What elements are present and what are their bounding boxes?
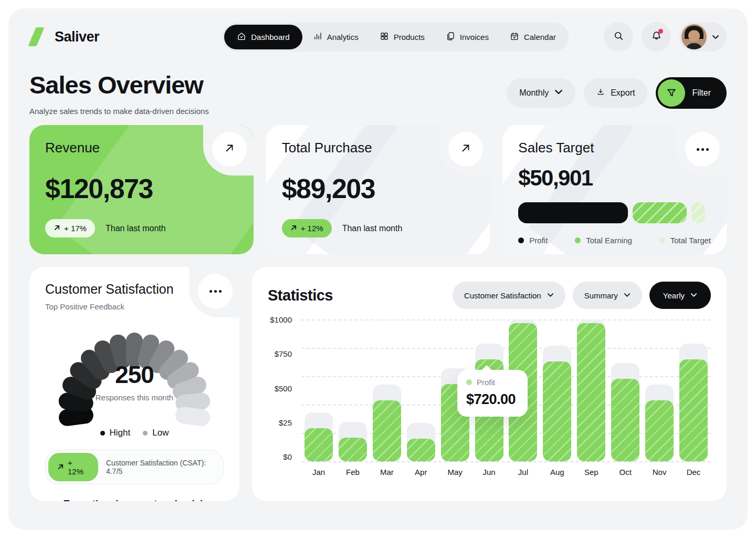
filter-button-label: Filter <box>692 88 711 98</box>
chevron-down-icon <box>554 88 563 98</box>
y-tick-label: $25 <box>279 418 292 427</box>
notifications-button[interactable] <box>642 22 671 51</box>
brand-name: Saliver <box>55 29 99 45</box>
x-tick-label: Jul <box>509 468 537 477</box>
x-tick-label: May <box>441 468 469 477</box>
x-tick-label: Jun <box>475 468 503 477</box>
revenue-delta: + 17% <box>64 224 87 233</box>
x-axis-baseline <box>301 461 711 462</box>
arrow-up-right-icon <box>460 142 471 156</box>
more-options-icon <box>209 290 222 293</box>
bar-slot-feb <box>339 319 367 461</box>
topbar-actions <box>604 22 727 51</box>
range-dropdown[interactable]: Yearly <box>649 282 711 309</box>
sales-target-legend: ProfitTotal EarningTotal Target <box>518 236 711 245</box>
chevron-down-icon <box>712 32 719 42</box>
total-purchase-delta: + 12% <box>301 224 323 233</box>
bar-jan[interactable] <box>304 428 333 461</box>
search-button[interactable] <box>604 22 633 51</box>
bar-slot-mar <box>373 319 401 461</box>
arrow-up-right-icon <box>54 224 60 233</box>
revenue-value: $120,873 <box>45 173 238 204</box>
x-axis-labels: JanFebMarAprMayJunJulAugSepOctNovDec <box>301 468 711 477</box>
total-purchase-delta-note: Than last month <box>342 224 403 233</box>
period-dropdown-label: Monthly <box>519 88 549 98</box>
nav-item-products[interactable]: Products <box>369 25 435 49</box>
sales-target-progress <box>518 202 711 223</box>
revenue-expand-button[interactable] <box>212 132 247 167</box>
customer-satisfaction-card: Customer Satisfaction Top Positive Feedb… <box>29 267 239 501</box>
bar-sep[interactable] <box>577 323 605 461</box>
low-dot <box>143 431 148 436</box>
responses-count: 250 <box>45 360 224 389</box>
sales-target-card: Sales Target $50,901 ProfitTotal Earning… <box>502 125 727 254</box>
grid-icon <box>380 32 389 43</box>
csat-delta: + 12% <box>68 458 89 476</box>
revenue-delta-note: Than last month <box>106 224 166 233</box>
chart-tooltip: Profit $720.00 <box>457 370 528 417</box>
y-tick-label: $500 <box>275 384 292 393</box>
bar-chart-icon <box>313 32 322 43</box>
chevron-down-icon <box>690 291 697 300</box>
topbar: Saliver Dashboard Analytics Products <box>29 8 727 51</box>
x-tick-label: Dec <box>679 468 708 477</box>
bar-slot-aug <box>543 319 571 461</box>
calendar-icon <box>510 32 519 43</box>
sales-target-value: $50,901 <box>518 165 711 191</box>
tooltip-series-dot <box>466 379 472 385</box>
nav-group: Dashboard Analytics Products Invoices Ca… <box>222 23 569 51</box>
nav-label: Calendar <box>524 33 556 42</box>
total-purchase-card: Total Purchase $89,203 + 12% Than last m… <box>266 125 490 254</box>
bar-apr[interactable] <box>407 439 435 461</box>
statistics-header: Statistics Customer Satisfaction Summary… <box>268 282 711 309</box>
bar-dec[interactable] <box>679 359 708 461</box>
chevron-down-icon <box>547 291 554 300</box>
satisfaction-gauge: 250 Responses this month <box>45 316 224 423</box>
satisfaction-more-button[interactable] <box>198 274 233 308</box>
x-tick-label: Jan <box>304 468 333 477</box>
view-dropdown-label: Summary <box>584 291 618 300</box>
profit-bar-chart: $1000$750$500$25$0 JanFebMarAprMayJunJul… <box>268 319 711 485</box>
export-button[interactable]: Export <box>584 78 647 108</box>
search-icon <box>613 30 624 44</box>
bar-feb[interactable] <box>339 438 367 461</box>
total-purchase-expand-button[interactable] <box>448 132 483 167</box>
revenue-delta-badge: + 17% <box>45 219 95 237</box>
progress-segment-profit <box>518 202 628 223</box>
bar-oct[interactable] <box>611 379 639 461</box>
x-tick-label: Apr <box>407 468 435 477</box>
nav-item-calendar[interactable]: Calendar <box>499 25 566 49</box>
revenue-card: Revenue $120,873 + 17% Than last month <box>29 125 254 254</box>
chevron-down-icon <box>624 291 631 300</box>
bar-nov[interactable] <box>645 400 674 461</box>
nav-item-analytics[interactable]: Analytics <box>302 25 369 49</box>
nav-item-invoices[interactable]: Invoices <box>435 25 499 49</box>
bar-aug[interactable] <box>543 361 571 461</box>
bar-mar[interactable] <box>373 400 401 461</box>
csat-delta-badge: + 12% <box>48 453 98 481</box>
filter-button[interactable]: Filter <box>656 77 727 109</box>
statistics-card: Statistics Customer Satisfaction Summary… <box>252 267 727 501</box>
period-dropdown[interactable]: Monthly <box>507 78 575 108</box>
gauge-scale-legend: Hight Low <box>45 428 224 438</box>
range-dropdown-label: Yearly <box>663 291 685 300</box>
bottom-row: Customer Satisfaction Top Positive Feedb… <box>29 267 727 501</box>
statistics-filters: Customer Satisfaction Summary Yearly <box>453 282 711 309</box>
profile-menu[interactable] <box>679 22 727 51</box>
brand-logo[interactable]: Saliver <box>29 27 187 46</box>
x-tick-label: Mar <box>373 468 401 477</box>
sales-target-more-button[interactable] <box>685 132 720 167</box>
brand-logo-icon <box>29 27 48 46</box>
satisfaction-footnote: Exceptional support and quick responses <box>45 498 224 501</box>
metric-dropdown[interactable]: Customer Satisfaction <box>453 282 565 309</box>
y-axis-labels: $1000$750$500$25$0 <box>268 315 292 461</box>
view-dropdown[interactable]: Summary <box>573 282 642 309</box>
y-tick-label: $0 <box>283 452 292 461</box>
legend-dot <box>575 237 581 243</box>
metric-dropdown-label: Customer Satisfaction <box>464 291 541 300</box>
nav-label: Analytics <box>327 33 359 42</box>
nav-item-dashboard[interactable]: Dashboard <box>224 25 302 49</box>
legend-label: Total Earning <box>586 236 632 245</box>
hight-label: Hight <box>110 428 131 438</box>
csat-score-text: Customer Satisfaction (CSAT): 4.7/5 <box>106 459 220 475</box>
